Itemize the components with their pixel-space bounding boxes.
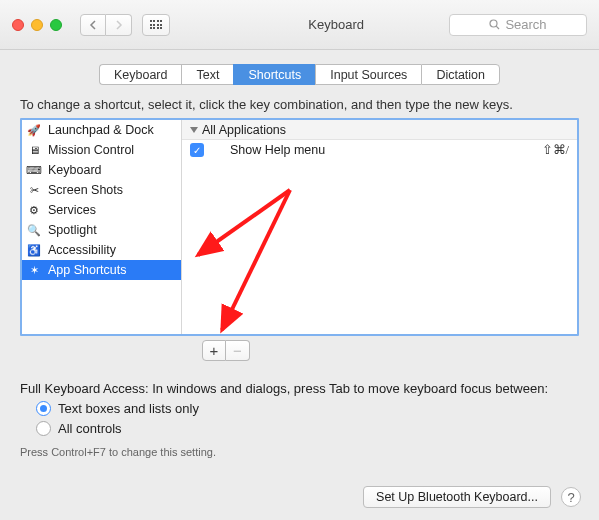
category-app-shortcuts[interactable]: ✶App Shortcuts [22,260,181,280]
instruction-text: To change a shortcut, select it, click t… [20,97,579,112]
category-keyboard[interactable]: ⌨Keyboard [22,160,181,180]
setup-bluetooth-button[interactable]: Set Up Bluetooth Keyboard... [363,486,551,508]
shortcut-row[interactable]: ✓ Show Help menu ⇧⌘/ [182,140,577,160]
shortcuts-panes: 🚀Launchpad & Dock 🖥Mission Control ⌨Keyb… [20,118,579,336]
category-list[interactable]: 🚀Launchpad & Dock 🖥Mission Control ⌨Keyb… [22,120,182,334]
category-services[interactable]: ⚙Services [22,200,181,220]
tab-input-sources[interactable]: Input Sources [315,64,421,85]
category-screenshots[interactable]: ✂Screen Shots [22,180,181,200]
group-header[interactable]: All Applications [182,120,577,140]
category-spotlight[interactable]: 🔍Spotlight [22,220,181,240]
zoom-icon[interactable] [50,19,62,31]
keyboard-icon: ⌨ [26,162,42,178]
shortcut-keys[interactable]: ⇧⌘/ [542,142,569,158]
app-shortcuts-icon: ✶ [26,262,42,278]
search-icon [489,19,500,30]
fka-note: Press Control+F7 to change this setting. [20,446,579,458]
add-button[interactable]: + [202,340,226,361]
help-button[interactable]: ? [561,487,581,507]
window-title: Keyboard [170,17,449,32]
remove-button[interactable]: − [226,340,250,361]
titlebar: Keyboard Search [0,0,599,50]
search-input[interactable]: Search [449,14,587,36]
spotlight-icon: 🔍 [26,222,42,238]
footer: Set Up Bluetooth Keyboard... ? [363,486,581,508]
radio-text-boxes[interactable]: Text boxes and lists only [36,401,579,416]
show-all-button[interactable] [142,14,170,36]
services-icon: ⚙ [26,202,42,218]
tab-keyboard[interactable]: Keyboard [99,64,182,85]
category-launchpad[interactable]: 🚀Launchpad & Dock [22,120,181,140]
tab-shortcuts[interactable]: Shortcuts [233,64,315,85]
minimize-icon[interactable] [31,19,43,31]
back-button[interactable] [80,14,106,36]
close-icon[interactable] [12,19,24,31]
tab-text[interactable]: Text [181,64,233,85]
svg-point-0 [490,20,497,27]
screenshots-icon: ✂ [26,182,42,198]
add-remove-buttons: + − [202,340,579,361]
search-placeholder: Search [505,17,546,32]
category-mission-control[interactable]: 🖥Mission Control [22,140,181,160]
full-keyboard-access-label: Full Keyboard Access: In windows and dia… [20,381,579,396]
radio-on-icon[interactable] [36,401,51,416]
launchpad-icon: 🚀 [26,122,42,138]
tab-dictation[interactable]: Dictation [421,64,500,85]
checkbox-icon[interactable]: ✓ [190,143,204,157]
disclosure-triangle-icon[interactable] [190,127,198,133]
traffic-lights [12,19,62,31]
radio-all-controls[interactable]: All controls [36,421,579,436]
mission-control-icon: 🖥 [26,142,42,158]
radio-off-icon[interactable] [36,421,51,436]
category-accessibility[interactable]: ♿Accessibility [22,240,181,260]
shortcut-label: Show Help menu [220,143,542,157]
svg-line-1 [497,26,500,29]
tab-bar: Keyboard Text Shortcuts Input Sources Di… [0,64,599,85]
forward-button[interactable] [106,14,132,36]
nav-buttons [80,14,132,36]
shortcut-list[interactable]: All Applications ✓ Show Help menu ⇧⌘/ [182,120,577,334]
accessibility-icon: ♿ [26,242,42,258]
